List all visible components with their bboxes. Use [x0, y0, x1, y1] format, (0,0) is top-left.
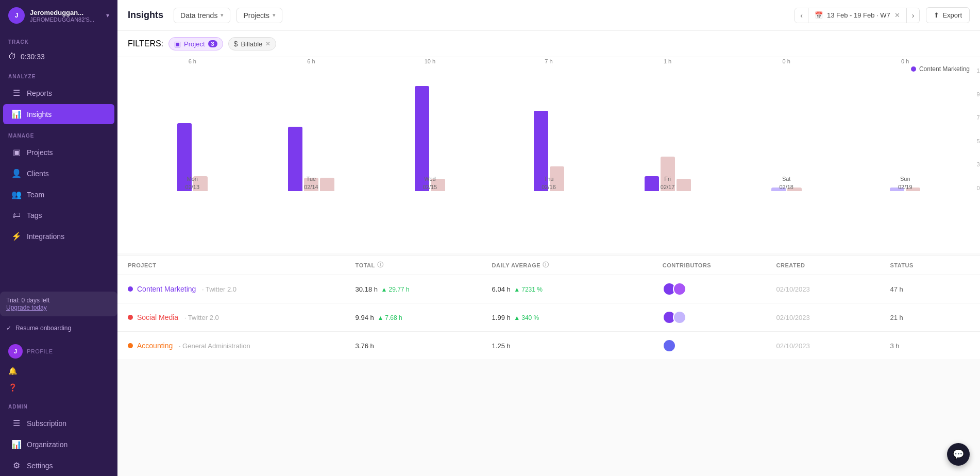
- project-cell: Content Marketing · Twitter 2.0: [128, 285, 356, 293]
- created-cell: 02/10/2023: [776, 314, 890, 321]
- tags-icon: 🏷: [11, 211, 22, 220]
- dropdown-arrow-icon: ▾: [221, 12, 224, 19]
- user-avatar: J: [8, 7, 25, 24]
- data-trends-label: Data trends: [180, 11, 217, 20]
- dropdown-arrow-icon2: ▾: [273, 12, 276, 19]
- chevron-down-icon: ▾: [106, 12, 109, 19]
- th-status: STATUS: [890, 261, 970, 269]
- insights-label: Insights: [27, 110, 52, 118]
- total-cell: 30.18 h ▲29.77 h: [356, 285, 492, 293]
- daily-avg-cell: 1.99 h ▲340 %: [492, 314, 663, 321]
- export-button[interactable]: ⬆ Export: [926, 7, 970, 23]
- sidebar-item-tags[interactable]: 🏷 Tags: [3, 206, 114, 225]
- subscription-label: Subscription: [27, 419, 66, 428]
- onboarding-label: Resume onboarding: [15, 325, 71, 332]
- onboarding-icon: ✓: [6, 325, 11, 332]
- project-sub: · Twitter 2.0: [200, 285, 236, 293]
- table-row: Social Media · Twitter 2.0 9.94 h ▲7.68 …: [117, 303, 980, 332]
- sidebar-item-integrations[interactable]: ⚡ Integrations: [3, 226, 114, 246]
- timer-display: ⏱ 0:30:33: [0, 48, 117, 65]
- filters-bar: FILTERS: ▣ Project 3 $ Billable ✕: [117, 31, 980, 57]
- timer-value: 0:30:33: [21, 53, 45, 61]
- sidebar-item-settings[interactable]: ⚙ Settings: [3, 455, 114, 475]
- status-cell: 47 h: [890, 285, 970, 293]
- help-item[interactable]: ❓: [0, 379, 117, 396]
- data-table: PROJECT TOTAL ⓘ DAILY AVERAGE ⓘ CONTRIBU…: [117, 255, 980, 360]
- export-label: Export: [942, 11, 962, 19]
- project-dot-icon: [128, 286, 133, 292]
- upgrade-link[interactable]: Upgrade today: [6, 304, 111, 311]
- user-info: Jeromeduggan... JEROMEDUGGAN82'S...: [30, 9, 101, 23]
- contributors-cell: [663, 339, 776, 352]
- billable-filter-close-icon[interactable]: ✕: [265, 40, 271, 47]
- project-sub: · General Administration: [177, 342, 250, 350]
- contributors-cell: [663, 311, 776, 324]
- th-contributors: CONTRIBUTORS: [663, 261, 776, 269]
- table-body: Content Marketing · Twitter 2.0 30.18 h …: [117, 275, 980, 360]
- project-name[interactable]: Social Media: [137, 313, 178, 321]
- track-section-label: TRACK: [0, 31, 117, 48]
- total-cell: 3.76 h: [356, 342, 492, 350]
- analyze-section-label: ANALYZE: [0, 65, 117, 82]
- sidebar-item-reports[interactable]: ☰ Reports: [3, 83, 114, 103]
- daily-avg-cell: 1.25 h: [492, 342, 663, 350]
- settings-label: Settings: [27, 462, 53, 470]
- sidebar-item-projects[interactable]: ▣ Projects: [3, 142, 114, 162]
- project-cell: Social Media · Twitter 2.0: [128, 313, 356, 321]
- calendar-icon: 📅: [815, 11, 823, 19]
- table-header: PROJECT TOTAL ⓘ DAILY AVERAGE ⓘ CONTRIBU…: [117, 255, 980, 275]
- created-cell: 02/10/2023: [776, 342, 890, 350]
- project-dot-icon: [128, 315, 133, 320]
- project-filter-icon: ▣: [174, 40, 181, 48]
- project-filter-chip[interactable]: ▣ Project 3: [168, 37, 223, 50]
- chart-bars: 0 h3 h5 h7 h9 h11 h6 hMon02/136 hTue02/1…: [133, 67, 965, 232]
- resume-onboarding-btn[interactable]: ✓ Resume onboarding: [0, 320, 117, 336]
- tags-label: Tags: [27, 211, 42, 219]
- projects-icon: ▣: [11, 147, 22, 157]
- bell-icon: 🔔: [8, 367, 17, 375]
- reports-icon: ☰: [11, 88, 22, 98]
- project-cell: Accounting · General Administration: [128, 342, 356, 350]
- project-filter-badge: 3: [208, 40, 217, 47]
- projects-dropdown-label: Projects: [243, 11, 269, 20]
- profile-label: PROFILE: [27, 348, 53, 354]
- sidebar: J Jeromeduggan... JEROMEDUGGAN82'S... ▾ …: [0, 0, 117, 476]
- sidebar-item-subscription[interactable]: ☰ Subscription: [3, 413, 114, 433]
- date-clear-btn[interactable]: ✕: [894, 11, 900, 19]
- sidebar-item-clients[interactable]: 👤 Clients: [3, 163, 114, 183]
- status-cell: 21 h: [890, 314, 970, 321]
- sidebar-item-team[interactable]: 👥 Team: [3, 184, 114, 205]
- contributors-cell: [663, 282, 776, 296]
- prev-date-btn[interactable]: ‹: [795, 8, 808, 23]
- team-icon: 👥: [11, 190, 22, 199]
- chat-bubble-btn[interactable]: 💬: [947, 443, 970, 466]
- sidebar-item-insights[interactable]: 📊 Insights: [3, 104, 114, 124]
- notification-item[interactable]: 🔔: [0, 363, 117, 379]
- user-menu[interactable]: J Jeromeduggan... JEROMEDUGGAN82'S... ▾: [0, 0, 117, 31]
- manage-section-label: MANAGE: [0, 125, 117, 142]
- insights-icon: 📊: [11, 109, 22, 119]
- integrations-icon: ⚡: [11, 231, 22, 241]
- billable-filter-icon: $: [234, 40, 238, 48]
- profile-row: J PROFILE: [0, 340, 117, 363]
- next-date-btn[interactable]: ›: [906, 8, 920, 23]
- team-label: Team: [27, 191, 44, 199]
- profile-avatar: J: [8, 344, 23, 359]
- table-row: Accounting · General Administration 3.76…: [117, 332, 980, 360]
- settings-icon: ⚙: [11, 461, 22, 470]
- project-name[interactable]: Content Marketing: [137, 285, 196, 293]
- total-cell: 9.94 h ▲7.68 h: [356, 314, 492, 321]
- trial-box: Trial: 0 days left Upgrade today: [0, 292, 117, 316]
- clock-icon: ⏱: [8, 52, 16, 61]
- chart-container: Content Marketing 0 h3 h5 h7 h9 h11 h6 h…: [117, 57, 980, 253]
- projects-dropdown[interactable]: Projects ▾: [236, 8, 282, 23]
- created-cell: 02/10/2023: [776, 285, 890, 293]
- billable-filter-chip[interactable]: $ Billable ✕: [228, 37, 277, 50]
- data-trends-dropdown[interactable]: Data trends ▾: [174, 8, 230, 23]
- sidebar-item-organization[interactable]: 📊 Organization: [3, 434, 114, 454]
- th-total: TOTAL ⓘ: [356, 261, 492, 269]
- topbar: Insights Data trends ▾ Projects ▾ ‹ 📅 13…: [117, 0, 980, 31]
- project-name[interactable]: Accounting: [137, 342, 173, 350]
- clients-label: Clients: [27, 169, 49, 178]
- status-cell: 3 h: [890, 342, 970, 350]
